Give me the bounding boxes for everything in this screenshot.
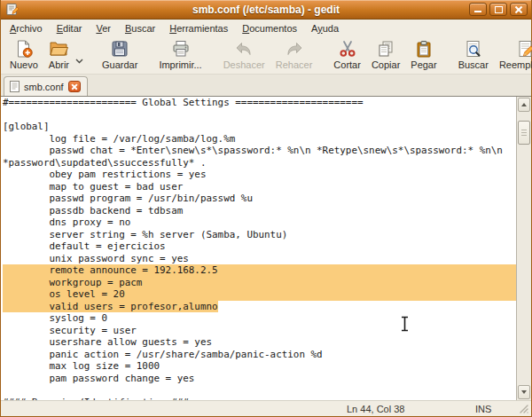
menu-ver[interactable]: Ver [89,21,118,35]
scroll-up-icon[interactable] [518,98,530,112]
editor-line[interactable]: server string = %h server (Samba, Ubuntu… [3,229,516,241]
copy-button-label: Copiar [372,59,400,70]
menu-archivo[interactable]: Archivo [3,21,50,35]
tab-label: smb.conf [24,82,64,92]
menu-buscar[interactable]: Buscar [118,21,162,35]
editor-area: #====================== Global Settings … [1,96,531,400]
menu-bar: Archivo Editar Ver Buscar Herramientas D… [1,20,531,36]
editor-line[interactable]: *password\supdated\ssuccessfully* . [3,157,516,169]
paste-button-label: Pegar [411,59,436,70]
menu-documentos[interactable]: Documentos [235,21,304,35]
undo-icon [234,39,254,59]
tab-close-icon[interactable] [68,81,81,92]
maximize-button[interactable] [489,3,507,16]
mouse-cursor-ibeam [400,316,410,332]
redo-button[interactable]: Rehacer [270,37,318,72]
insert-mode-indicator: INS [475,404,518,414]
editor-line[interactable]: remote announce = 192.168.2.5 [3,264,516,277]
open-button[interactable]: Abrir [43,37,74,72]
find-button-label: Buscar [458,59,489,70]
menu-herramientas[interactable]: Herramientas [162,21,235,35]
cursor-position: Ln 44, Col 38 [347,404,475,414]
editor-line[interactable] [3,109,516,122]
editor-line[interactable]: log file = /var/log/samba/log.%m [3,133,516,146]
editor-line[interactable]: [global] [3,121,516,133]
scrollbar-thumb[interactable] [518,121,530,145]
window-title: smb.conf (/etc/samba) - gedit [1,4,531,16]
resize-grip[interactable] [518,403,529,414]
editor-line[interactable]: security = user [3,325,516,337]
tab-smb-conf[interactable]: smb.conf [4,76,88,96]
chevron-down-icon [75,59,83,64]
title-bar[interactable]: smb.conf (/etc/samba) - gedit [1,0,531,20]
scrollbar-track[interactable] [517,113,531,384]
editor-line[interactable]: os level = 20 [3,288,516,301]
cut-button[interactable]: Cortar [328,37,366,72]
toolbar: Nuevo Abrir [1,36,531,75]
cut-button-label: Cortar [333,59,361,70]
undo-button[interactable]: Deshacer [218,37,270,72]
copy-icon [376,39,395,59]
editor-line[interactable]: #### Browsing/Identification ### [3,397,516,401]
document-icon [10,81,20,92]
copy-button[interactable]: Copiar [366,37,405,72]
redo-button-label: Rehacer [276,59,313,70]
open-button-label: Abrir [49,59,69,70]
editor-line[interactable]: map to guest = bad user [3,181,516,193]
gedit-window: smb.conf (/etc/samba) - gedit Archivo Ed… [0,0,532,417]
open-folder-icon [49,39,68,59]
menu-ayuda[interactable]: Ayuda [304,21,346,35]
print-button[interactable]: Imprimir... [153,37,207,72]
new-button-label: Nuevo [10,59,38,70]
editor-line[interactable]: valid users = profesor,alumno [3,301,516,313]
print-button-label: Imprimir... [159,59,201,70]
replace-button-label: Reemplazar [499,59,532,70]
new-document-icon [14,39,34,59]
menu-editar[interactable]: Editar [50,21,90,35]
editor-line[interactable]: passwd program = /usr/bin/passwd %u [3,193,516,205]
editor-line[interactable]: dns proxy = no [3,216,516,229]
status-bar: Ln 44, Col 38 INS [1,400,531,416]
editor-line[interactable]: passdb backend = tdbsam [3,205,516,217]
editor-line[interactable]: passwd chat = *Enter\snew\s*\spassword:*… [3,145,516,157]
gedit-icon [5,3,19,16]
tab-bar: smb.conf [1,75,531,96]
editor-line[interactable]: pam password change = yes [3,373,516,385]
close-button[interactable] [510,3,528,16]
print-icon [171,39,191,59]
scroll-down-icon[interactable] [518,385,530,399]
new-button[interactable]: Nuevo [4,37,43,72]
editor-line[interactable]: unix password sync = yes [3,253,516,265]
replace-icon [516,39,532,59]
search-icon [464,39,483,59]
find-button[interactable]: Buscar [453,37,494,72]
paste-icon [414,39,434,59]
cut-icon [338,39,357,59]
vertical-scrollbar[interactable] [516,97,531,400]
redo-icon [285,39,304,59]
minimize-button[interactable] [469,3,487,16]
editor-lines[interactable]: #====================== Global Settings … [1,97,516,400]
open-dropdown-button[interactable] [74,46,86,64]
editor-line[interactable]: workgroup = pacm [3,277,516,289]
undo-button-label: Deshacer [223,59,265,70]
editor-line[interactable]: usershare allow guests = yes [3,336,516,349]
editor-line[interactable]: #====================== Global Settings … [3,97,516,109]
editor-line[interactable]: obey pam restrictions = yes [3,169,516,181]
editor-line[interactable] [3,384,516,397]
editor-line[interactable]: syslog = 0 [3,312,516,325]
paste-button[interactable]: Pegar [405,37,442,72]
save-button-label: Guardar [102,59,137,70]
editor-line[interactable]: default = ejercicios [3,240,516,253]
editor-line[interactable]: panic action = /usr/share/samba/panic-ac… [3,349,516,361]
save-icon [110,39,129,59]
save-button[interactable]: Guardar [97,37,143,72]
editor-line[interactable]: max log size = 1000 [3,360,516,373]
replace-button[interactable]: Reemplazar [494,37,532,72]
